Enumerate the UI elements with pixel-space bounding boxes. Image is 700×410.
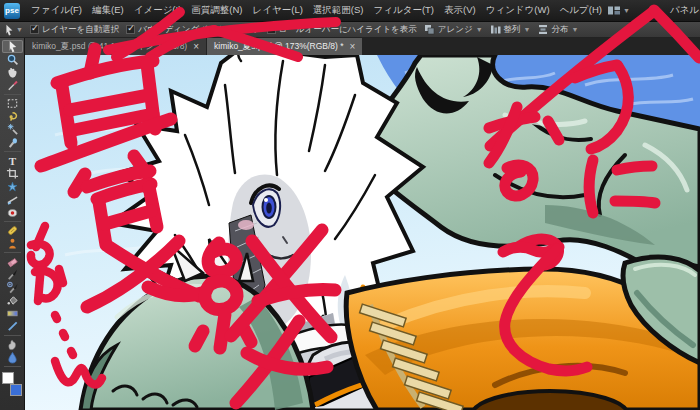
hand-tool[interactable] xyxy=(2,66,23,79)
menubar-right-actions: パネルを初期化 取り消し xyxy=(670,4,700,17)
photoshop-elements-window: pse ファイル(F) 編集(E) イメージ(I) 画質調整(N) レイヤー(L… xyxy=(0,0,700,410)
pse-logo: pse xyxy=(4,3,20,19)
chevron-down-icon: ▼ xyxy=(572,26,579,33)
red-eye-icon xyxy=(6,206,19,219)
blur-tool[interactable] xyxy=(2,351,23,364)
menu-image[interactable]: イメージ(I) xyxy=(129,4,187,17)
eraser-tool[interactable] xyxy=(2,255,23,268)
gradient-tool[interactable] xyxy=(2,307,23,320)
tool-options-bar: ▼ レイヤーを自動選択 バウンディングボックスを表示 ロールオーバーにハイライト… xyxy=(0,22,700,38)
zoom-tool-icon xyxy=(6,53,19,66)
lasso-tool-icon xyxy=(6,110,19,123)
active-tool-thumbnail[interactable]: ▼ xyxy=(3,24,23,36)
auto-select-layer-checkbox[interactable]: レイヤーを自動選択 xyxy=(30,24,119,36)
highlight-on-rollover-checkbox[interactable]: ロールオーバーにハイライトを表示 xyxy=(267,24,417,36)
eyedropper-tool[interactable] xyxy=(2,79,23,92)
tool-palette: T xyxy=(0,38,25,410)
menu-enhance[interactable]: 画質調整(N) xyxy=(186,4,247,17)
gradient-tool-icon xyxy=(6,307,19,320)
menu-file[interactable]: ファイル(F) xyxy=(26,4,87,17)
document-canvas[interactable] xyxy=(25,55,700,410)
menu-layer[interactable]: レイヤー(L) xyxy=(248,4,308,17)
distribute-icon xyxy=(538,24,549,35)
align-button[interactable]: 整列 ▼ xyxy=(490,24,531,36)
selection-brush-tool[interactable] xyxy=(2,136,23,149)
spot-healing-brush-tool[interactable] xyxy=(2,224,23,237)
rectangular-marquee-icon xyxy=(6,97,19,110)
magic-wand-tool[interactable] xyxy=(2,123,23,136)
checkbox-label: バウンディングボックスを表示 xyxy=(138,24,259,36)
straighten-tool-icon xyxy=(6,193,19,206)
shape-tool-icon xyxy=(6,320,19,333)
divider xyxy=(4,94,21,95)
align-icon xyxy=(490,24,501,35)
divider xyxy=(4,151,21,152)
cookie-cutter-icon xyxy=(6,180,19,193)
blur-tool-icon xyxy=(6,351,19,364)
button-label: アレンジ xyxy=(438,24,473,36)
crop-tool-icon xyxy=(6,167,19,180)
button-label: 整列 xyxy=(504,24,521,36)
divider xyxy=(4,366,21,367)
distribute-button[interactable]: 分布 ▼ xyxy=(538,24,579,36)
menu-window[interactable]: ウィンドウ(W) xyxy=(481,4,555,17)
menu-select[interactable]: 選択範囲(S) xyxy=(308,4,369,17)
smart-brush-tool[interactable] xyxy=(2,281,23,294)
zoom-tool[interactable] xyxy=(2,53,23,66)
background-color-swatch[interactable] xyxy=(10,384,22,396)
close-tab-icon[interactable]: × xyxy=(350,42,356,52)
foreground-color-swatch[interactable] xyxy=(2,372,14,384)
eraser-tool-icon xyxy=(6,255,19,268)
smudge-tool[interactable] xyxy=(2,338,23,351)
spot-healing-brush-icon xyxy=(6,224,19,237)
chevron-down-icon: ▼ xyxy=(623,7,630,14)
shape-tool[interactable] xyxy=(2,320,23,333)
red-eye-removal-tool[interactable] xyxy=(2,206,23,219)
cookie-cutter-tool[interactable] xyxy=(2,180,23,193)
checkbox-box xyxy=(267,25,276,34)
arrange-button[interactable]: アレンジ ▼ xyxy=(424,24,483,36)
move-tool[interactable] xyxy=(2,40,23,53)
smart-brush-icon xyxy=(6,281,19,294)
chevron-down-icon: ▼ xyxy=(524,26,531,33)
tab-title: kimiko_夏.psd @ 41.1% (ライン, RGB/8) xyxy=(32,41,187,53)
smudge-tool-icon xyxy=(6,338,19,351)
hand-tool-icon xyxy=(6,66,19,79)
type-tool[interactable]: T xyxy=(2,154,23,167)
rectangular-marquee-tool[interactable] xyxy=(2,97,23,110)
menu-edit[interactable]: 編集(E) xyxy=(87,4,129,17)
show-bounding-box-checkbox[interactable]: バウンディングボックスを表示 xyxy=(126,24,259,36)
crop-tool[interactable] xyxy=(2,167,23,180)
button-label: 分布 xyxy=(552,24,569,36)
tab-title: kimiko_夏s.psd @ 173%(RGB/8) * xyxy=(214,41,344,53)
document-tab-1[interactable]: kimiko_夏.psd @ 41.1% (ライン, RGB/8) × xyxy=(25,38,206,55)
paint-bucket-tool[interactable] xyxy=(2,294,23,307)
recompose-tool[interactable] xyxy=(2,237,23,250)
document-tab-2[interactable]: kimiko_夏s.psd @ 173%(RGB/8) * × xyxy=(207,38,362,55)
reset-panels-button[interactable]: パネルを初期化 xyxy=(670,4,700,17)
selection-brush-icon xyxy=(6,136,19,149)
close-tab-icon[interactable]: × xyxy=(193,42,199,52)
eyedropper-tool-icon xyxy=(6,79,19,92)
menu-view[interactable]: 表示(V) xyxy=(439,4,481,17)
menu-help[interactable]: ヘルプ(H) xyxy=(555,4,607,17)
chevron-down-icon: ▼ xyxy=(16,26,23,33)
menu-filter[interactable]: フィルター(T) xyxy=(369,4,440,17)
workspace-layout-button[interactable]: ▼ xyxy=(607,5,630,16)
lasso-tool[interactable] xyxy=(2,110,23,123)
brush-tool-icon xyxy=(6,268,19,281)
arrange-icon xyxy=(424,24,435,35)
divider xyxy=(4,335,21,336)
move-tool-icon xyxy=(3,24,15,36)
type-tool-icon: T xyxy=(6,154,19,167)
layout-grid-icon xyxy=(607,5,621,16)
pse-logo-text: pse xyxy=(5,6,19,15)
color-swatches xyxy=(1,372,23,396)
recompose-icon xyxy=(6,237,19,250)
document-tab-bar: kimiko_夏.psd @ 41.1% (ライン, RGB/8) × kimi… xyxy=(25,38,700,55)
chevron-down-icon: ▼ xyxy=(476,26,483,33)
brush-tool[interactable] xyxy=(2,268,23,281)
straighten-tool[interactable] xyxy=(2,193,23,206)
checkbox-label: ロールオーバーにハイライトを表示 xyxy=(279,24,417,36)
divider xyxy=(4,252,21,253)
